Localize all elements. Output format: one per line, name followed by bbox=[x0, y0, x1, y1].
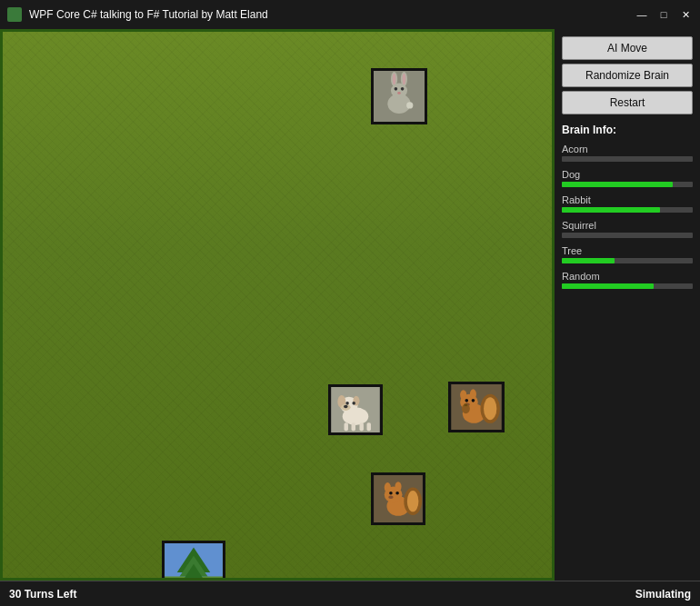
sidebar: AI Move Randomize Brain Restart Brain In… bbox=[555, 29, 700, 581]
svg-point-45 bbox=[388, 495, 393, 499]
svg-rect-22 bbox=[359, 422, 363, 431]
svg-point-27 bbox=[484, 397, 496, 420]
entity-squirrel-bottom bbox=[371, 472, 425, 525]
brain-bar-fill-random bbox=[562, 283, 654, 289]
entity-tree bbox=[162, 541, 225, 581]
restart-button[interactable]: Restart bbox=[562, 91, 693, 114]
svg-point-19 bbox=[344, 405, 347, 409]
brain-label-random: Random bbox=[562, 271, 693, 282]
brain-bar-fill-rabbit bbox=[562, 207, 660, 213]
turns-left-text: 30 Turns Left bbox=[9, 588, 76, 601]
brain-item-random: Random bbox=[562, 271, 693, 289]
brain-bar-fill-dog bbox=[562, 182, 673, 187]
svg-point-6 bbox=[403, 74, 406, 85]
window-controls: — □ ✕ bbox=[635, 7, 693, 22]
randomize-brain-button[interactable]: Randomize Brain bbox=[562, 64, 693, 87]
brain-item-rabbit: Rabbit bbox=[562, 194, 693, 213]
brain-label-dog: Dog bbox=[562, 169, 693, 180]
entity-squirrel-right bbox=[448, 382, 505, 432]
brain-bar-bg-squirrel bbox=[562, 233, 693, 238]
svg-point-42 bbox=[395, 482, 401, 492]
brain-bar-bg-dog bbox=[562, 182, 693, 187]
brain-item-dog: Dog bbox=[562, 169, 693, 187]
svg-rect-21 bbox=[352, 422, 355, 431]
svg-rect-23 bbox=[367, 422, 371, 431]
brain-bar-bg-random bbox=[562, 283, 693, 289]
brain-item-tree: Tree bbox=[562, 245, 693, 263]
window-title: WPF Core C# talking to F# Tutorial by Ma… bbox=[29, 8, 635, 21]
maximize-button[interactable]: □ bbox=[656, 7, 671, 22]
brain-item-squirrel: Squirrel bbox=[562, 220, 693, 238]
svg-point-31 bbox=[465, 399, 469, 402]
brain-bar-bg-tree bbox=[562, 258, 693, 263]
svg-point-10 bbox=[406, 102, 413, 108]
game-area bbox=[0, 29, 555, 581]
svg-point-17 bbox=[345, 402, 349, 405]
close-button[interactable]: ✕ bbox=[678, 7, 693, 22]
svg-rect-20 bbox=[345, 422, 348, 431]
svg-point-5 bbox=[393, 74, 396, 85]
svg-point-18 bbox=[352, 402, 355, 405]
svg-point-7 bbox=[395, 87, 398, 91]
status-bar: 30 Turns Left Simulating bbox=[0, 581, 700, 606]
svg-point-29 bbox=[460, 390, 466, 400]
brain-bar-bg-acorn bbox=[562, 156, 693, 162]
svg-point-30 bbox=[470, 389, 476, 399]
svg-point-41 bbox=[385, 482, 391, 492]
svg-point-32 bbox=[472, 399, 475, 402]
title-bar: WPF Core C# talking to F# Tutorial by Ma… bbox=[0, 0, 700, 29]
minimize-button[interactable]: — bbox=[635, 7, 649, 22]
brain-bar-fill-tree bbox=[562, 258, 615, 263]
simulation-state-text: Simulating bbox=[635, 588, 691, 601]
brain-label-tree: Tree bbox=[562, 245, 693, 256]
brain-label-rabbit: Rabbit bbox=[562, 194, 693, 205]
brain-label-acorn: Acorn bbox=[562, 144, 693, 154]
svg-point-43 bbox=[389, 492, 393, 495]
brain-label-squirrel: Squirrel bbox=[562, 220, 693, 231]
svg-point-8 bbox=[401, 87, 405, 91]
brain-bar-bg-rabbit bbox=[562, 207, 693, 213]
svg-point-39 bbox=[407, 491, 419, 512]
ai-move-button[interactable]: AI Move bbox=[562, 36, 693, 60]
svg-point-9 bbox=[397, 92, 401, 94]
entity-dog bbox=[328, 384, 383, 435]
svg-point-44 bbox=[395, 492, 399, 495]
svg-rect-35 bbox=[465, 403, 468, 406]
brain-info-label: Brain Info: bbox=[562, 124, 693, 136]
brain-item-acorn: Acorn bbox=[562, 144, 693, 162]
main-content: AI Move Randomize Brain Restart Brain In… bbox=[0, 29, 700, 581]
app-icon bbox=[7, 7, 22, 22]
entity-rabbit-top bbox=[371, 68, 427, 124]
